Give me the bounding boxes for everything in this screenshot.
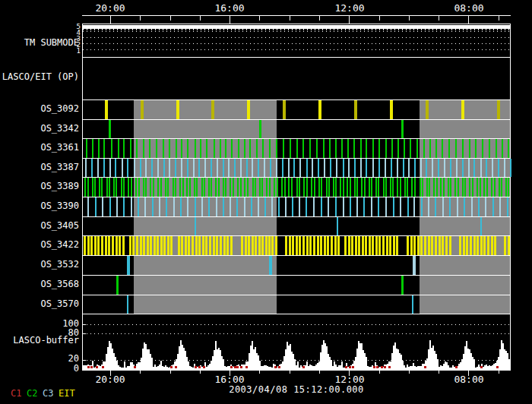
event-mark	[186, 178, 188, 197]
event-mark	[92, 139, 93, 158]
event-mark	[123, 139, 125, 158]
event-mark	[108, 236, 110, 255]
event-mark	[251, 197, 252, 216]
event-mark	[378, 197, 379, 216]
top-axis-tick	[409, 16, 410, 21]
panel-lasco-buffer	[82, 314, 511, 371]
event-mark	[324, 159, 325, 177]
event-mark	[431, 236, 433, 255]
event-mark	[407, 197, 409, 216]
event-mark	[382, 236, 385, 255]
event-mark	[464, 178, 466, 197]
event-mark	[369, 236, 371, 255]
event-mark	[231, 139, 233, 158]
event-mark	[407, 236, 409, 255]
event-mark	[336, 159, 337, 177]
event-mark	[284, 178, 286, 197]
buffer-ytick-label: 80	[46, 327, 79, 338]
event-mark	[97, 236, 100, 255]
event-mark	[85, 159, 87, 177]
event-mark	[316, 139, 318, 158]
event-mark	[321, 197, 322, 216]
event-mark	[187, 197, 188, 216]
event-mark	[127, 159, 128, 177]
bottom-axis-time-label: 16:00	[207, 374, 252, 385]
event-mark	[98, 139, 100, 158]
red-c1-mark	[496, 366, 499, 368]
event-mark	[127, 295, 128, 314]
event-mark	[391, 159, 392, 177]
event-mark	[423, 139, 425, 158]
event-mark	[185, 236, 187, 255]
event-mark	[480, 159, 482, 177]
event-mark	[420, 236, 423, 255]
event-mark	[175, 178, 176, 197]
event-mark	[259, 178, 261, 197]
top-axis-time-label: 08:00	[446, 2, 492, 14]
event-mark	[375, 178, 377, 197]
event-mark	[211, 159, 212, 177]
event-mark	[494, 178, 496, 197]
event-mark	[256, 139, 258, 158]
event-mark	[166, 197, 167, 216]
event-mark	[230, 236, 233, 255]
event-mark	[335, 178, 337, 197]
event-mark	[244, 197, 245, 216]
event-mark	[416, 139, 418, 158]
event-mark	[462, 178, 464, 197]
dotted-gridline	[83, 37, 510, 38]
red-c1-mark	[302, 366, 305, 368]
top-axis-tick	[290, 16, 290, 21]
event-mark	[246, 159, 248, 177]
event-mark	[492, 197, 494, 216]
event-mark	[265, 236, 268, 255]
event-mark	[163, 139, 164, 158]
event-mark	[372, 236, 374, 255]
panel-os-row	[82, 177, 511, 197]
event-mark	[116, 276, 119, 295]
event-mark	[176, 139, 177, 158]
event-mark	[462, 139, 464, 158]
event-mark	[296, 178, 298, 197]
event-mark	[302, 236, 305, 255]
red-c1-mark	[345, 366, 347, 368]
event-mark	[208, 178, 210, 197]
event-mark	[283, 139, 284, 158]
event-mark	[299, 159, 301, 177]
event-mark	[443, 178, 445, 197]
event-mark	[420, 178, 421, 197]
event-mark	[366, 159, 367, 177]
os-row-label: OS_3570	[0, 298, 79, 309]
shade-window	[134, 100, 277, 119]
event-mark	[426, 159, 427, 177]
event-mark	[299, 197, 300, 216]
red-c1-mark	[236, 366, 239, 368]
event-mark	[233, 178, 234, 197]
panel-os-row	[82, 295, 511, 314]
event-mark	[386, 236, 388, 255]
event-mark	[252, 236, 254, 255]
event-mark	[103, 159, 105, 177]
panel-tm-submode	[82, 24, 511, 58]
event-mark	[343, 197, 344, 216]
os-row-label: OS_3568	[0, 279, 79, 289]
event-mark	[143, 236, 145, 255]
red-c1-mark	[376, 366, 378, 368]
event-mark	[469, 139, 470, 158]
event-mark	[311, 178, 312, 197]
event-mark	[390, 178, 391, 197]
event-mark	[84, 236, 86, 255]
event-mark	[87, 236, 90, 255]
event-mark	[335, 139, 337, 158]
panel-os-row	[82, 216, 511, 236]
event-mark	[157, 236, 159, 255]
event-mark	[149, 139, 150, 158]
event-mark	[97, 159, 99, 177]
event-mark	[157, 178, 159, 197]
event-mark	[328, 178, 330, 197]
red-c1-mark	[245, 366, 248, 368]
tm-axis-value: 1	[68, 47, 81, 55]
os-row-label: OS_3532	[0, 259, 79, 270]
panel-os-row	[82, 275, 511, 295]
event-mark	[181, 159, 182, 177]
